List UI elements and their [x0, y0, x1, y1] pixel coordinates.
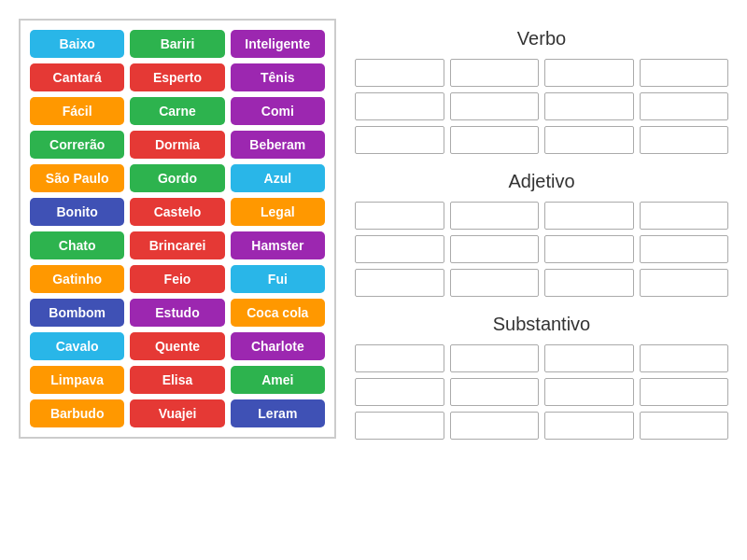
word-chip-leram[interactable]: Leram: [231, 399, 325, 427]
drop-grid-substantivo: [355, 344, 728, 440]
drop-cell-verbo-11[interactable]: [640, 126, 729, 154]
drop-cell-verbo-6[interactable]: [544, 92, 634, 120]
word-chip-gordo[interactable]: Gordo: [130, 164, 224, 192]
word-chip-legal[interactable]: Legal: [231, 198, 325, 226]
word-chip-feio[interactable]: Feio: [130, 265, 224, 293]
word-chip-fui[interactable]: Fui: [231, 265, 325, 293]
word-chip-facil[interactable]: Fácil: [30, 97, 124, 125]
word-chip-chato[interactable]: Chato: [30, 231, 124, 259]
drop-grid-adjetivo: [355, 202, 728, 297]
drop-cell-adjetivo-8[interactable]: [355, 269, 444, 297]
word-chip-elisa[interactable]: Elisa: [130, 366, 224, 394]
drop-cell-substantivo-4[interactable]: [355, 378, 444, 406]
drop-cell-adjetivo-0[interactable]: [355, 202, 444, 230]
word-chip-bombom[interactable]: Bombom: [30, 299, 124, 327]
drop-cell-verbo-5[interactable]: [450, 92, 540, 120]
category-title-substantivo: Substantivo: [493, 314, 591, 335]
category-title-adjetivo: Adjetivo: [508, 171, 574, 192]
word-chip-dormia[interactable]: Dormia: [130, 131, 224, 159]
category-title-verbo: Verbo: [517, 28, 566, 49]
drop-cell-adjetivo-3[interactable]: [640, 202, 729, 230]
word-chip-amei[interactable]: Amei: [231, 366, 325, 394]
word-chip-brincarei[interactable]: Brincarei: [130, 231, 224, 259]
drop-cell-substantivo-2[interactable]: [544, 344, 634, 372]
word-chip-baixo[interactable]: Baixo: [30, 30, 124, 58]
drop-cell-adjetivo-9[interactable]: [450, 269, 540, 297]
word-chip-cocacola[interactable]: Coca cola: [231, 299, 325, 327]
drop-cell-substantivo-5[interactable]: [450, 378, 540, 406]
word-chip-bariri[interactable]: Bariri: [130, 30, 224, 58]
word-chip-beberam[interactable]: Beberam: [231, 131, 325, 159]
category-verbo: Verbo: [355, 28, 728, 154]
drop-cell-adjetivo-2[interactable]: [544, 202, 634, 230]
drop-cell-substantivo-9[interactable]: [450, 412, 540, 440]
drop-cell-substantivo-11[interactable]: [640, 412, 729, 440]
word-chip-estudo[interactable]: Estudo: [130, 299, 224, 327]
category-adjetivo: Adjetivo: [355, 171, 728, 297]
drop-cell-substantivo-0[interactable]: [355, 344, 444, 372]
drop-cell-verbo-2[interactable]: [544, 59, 634, 87]
drop-cell-verbo-9[interactable]: [450, 126, 540, 154]
drop-cell-verbo-10[interactable]: [544, 126, 634, 154]
drop-cell-adjetivo-4[interactable]: [355, 235, 444, 263]
drop-cell-verbo-7[interactable]: [640, 92, 729, 120]
word-chip-bonito[interactable]: Bonito: [30, 198, 124, 226]
drop-cell-verbo-0[interactable]: [355, 59, 444, 87]
word-chip-vuajei[interactable]: Vuajei: [130, 399, 224, 427]
drop-cell-adjetivo-1[interactable]: [450, 202, 540, 230]
word-chip-inteligente[interactable]: Inteligente: [231, 30, 325, 58]
drop-cell-adjetivo-5[interactable]: [450, 235, 540, 263]
category-substantivo: Substantivo: [355, 314, 728, 440]
drop-cell-substantivo-1[interactable]: [450, 344, 540, 372]
word-chip-correrao[interactable]: Correrão: [30, 131, 124, 159]
word-chip-esperto[interactable]: Esperto: [130, 63, 224, 91]
word-chip-azul[interactable]: Azul: [231, 164, 325, 192]
drop-cell-verbo-1[interactable]: [450, 59, 540, 87]
word-chip-quente[interactable]: Quente: [130, 332, 224, 360]
word-chip-barbudo[interactable]: Barbudo: [30, 399, 124, 427]
drop-cell-adjetivo-10[interactable]: [544, 269, 634, 297]
word-chip-tenis[interactable]: Tênis: [231, 63, 325, 91]
word-chip-charlote[interactable]: Charlote: [231, 332, 325, 360]
word-bank: BaixoBaririInteligenteCantaráEspertoTêni…: [19, 19, 336, 439]
word-chip-comi[interactable]: Comi: [231, 97, 325, 125]
drop-cell-substantivo-3[interactable]: [640, 344, 729, 372]
word-chip-cantara[interactable]: Cantará: [30, 63, 124, 91]
drop-cell-substantivo-10[interactable]: [544, 412, 634, 440]
word-chip-carne[interactable]: Carne: [130, 97, 224, 125]
drop-cell-adjetivo-11[interactable]: [640, 269, 729, 297]
drop-cell-substantivo-8[interactable]: [355, 412, 444, 440]
word-chip-saopaulo[interactable]: São Paulo: [30, 164, 124, 192]
drop-cell-verbo-3[interactable]: [640, 59, 729, 87]
word-chip-limpava[interactable]: Limpava: [30, 366, 124, 394]
drop-cell-substantivo-6[interactable]: [544, 378, 634, 406]
drop-cell-adjetivo-7[interactable]: [640, 235, 729, 263]
drop-cell-substantivo-7[interactable]: [640, 378, 729, 406]
drop-cell-adjetivo-6[interactable]: [544, 235, 634, 263]
word-chip-gatinho[interactable]: Gatinho: [30, 265, 124, 293]
word-chip-castelo[interactable]: Castelo: [130, 198, 224, 226]
word-chip-cavalo[interactable]: Cavalo: [30, 332, 124, 360]
drop-cell-verbo-4[interactable]: [355, 92, 444, 120]
drop-categories: VerboAdjetivoSubstantivo: [355, 19, 728, 440]
word-chip-hamster[interactable]: Hamster: [231, 231, 325, 259]
drop-grid-verbo: [355, 59, 728, 154]
drop-cell-verbo-8[interactable]: [355, 126, 444, 154]
